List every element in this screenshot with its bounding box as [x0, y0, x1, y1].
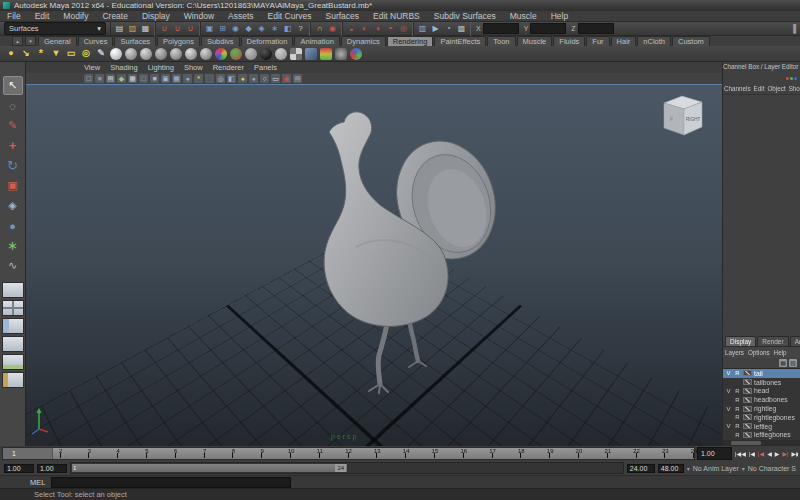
layer-color-swatch[interactable]	[743, 379, 752, 385]
shelf-tab[interactable]: Curves	[78, 36, 114, 46]
menu-item[interactable]: Edit NURBS	[366, 11, 427, 21]
layer-name[interactable]: rightlegbones	[754, 414, 795, 421]
timeline-frame[interactable]: 6	[147, 448, 176, 459]
layer-color-swatch[interactable]	[743, 432, 752, 438]
all-lights-icon[interactable]: ●	[249, 74, 258, 83]
layer-playback-toggle[interactable]: R	[734, 432, 741, 438]
four-pane-layout-button[interactable]	[2, 300, 24, 316]
shelf-tab[interactable]: Rendering	[387, 36, 434, 46]
snap-together-icon[interactable]: ∗	[269, 23, 280, 34]
shelf-tab[interactable]: Subdivs	[201, 36, 240, 46]
bookmark-view-icon[interactable]: ◆	[117, 74, 126, 83]
animation-start-input[interactable]: 1.00	[4, 464, 34, 473]
soft-modification-tool[interactable]: ●	[3, 216, 23, 235]
layered-shader-icon[interactable]	[170, 48, 182, 60]
layer-name[interactable]: leftleg	[754, 423, 772, 430]
timeline-frame[interactable]: 23	[637, 448, 666, 459]
layer-color-swatch[interactable]	[743, 423, 752, 429]
channel-box-header[interactable]: Channel Box / Layer Editor	[723, 62, 800, 73]
shelf-tab[interactable]: Surfaces	[114, 36, 156, 46]
layer-name[interactable]: leftlegbones	[754, 431, 791, 438]
new-scene-icon[interactable]: ▤	[114, 23, 125, 34]
timeline-frame[interactable]: 21	[579, 448, 608, 459]
highlight-selection-icon[interactable]: ◉	[327, 23, 338, 34]
save-scene-icon[interactable]: ▦	[140, 23, 151, 34]
no-lights-icon[interactable]: ○	[260, 74, 269, 83]
shelf-tab[interactable]: General	[38, 36, 77, 46]
shelf-tab[interactable]: Fur	[586, 36, 609, 46]
layer-name[interactable]: rightleg	[754, 405, 776, 412]
render-view-icon[interactable]: ▥	[417, 23, 428, 34]
scale-constraint-icon[interactable]: ◓	[385, 23, 396, 34]
view-cube[interactable]: F RIGHT	[656, 91, 710, 141]
phong-material-icon[interactable]	[185, 48, 197, 60]
layer-name[interactable]: head	[754, 387, 769, 394]
timeline-frame[interactable]: 11	[291, 448, 320, 459]
timeline-frame[interactable]: 12	[320, 448, 349, 459]
ramp-texture-icon[interactable]	[320, 48, 332, 60]
shelf-tab[interactable]: Polygons	[157, 36, 200, 46]
layer-editor-tab[interactable]: Anim	[790, 336, 800, 346]
layer-editor-menu-item[interactable]: Options	[748, 349, 770, 356]
bird-leg-left[interactable]	[378, 317, 388, 384]
step-forward-key-button[interactable]: ▶|	[781, 450, 789, 457]
layer-row[interactable]: R headbones	[723, 395, 800, 404]
snap-to-grids-icon[interactable]: ∪	[159, 23, 170, 34]
layer-visibility-toggle[interactable]: V	[725, 423, 732, 429]
menu-item[interactable]: Help	[544, 11, 575, 21]
lighting-icon[interactable]: *	[194, 74, 203, 83]
lasso-select-tool[interactable]: ◌	[3, 96, 23, 115]
shelf-tab[interactable]: Custom	[672, 36, 710, 46]
shelf-tab[interactable]: PaintEffects	[434, 36, 486, 46]
select-camera-icon[interactable]: □	[84, 74, 93, 83]
blinn-material-icon[interactable]	[140, 48, 152, 60]
lock-selection-icon[interactable]: ∩	[314, 23, 325, 34]
noise-texture-icon[interactable]	[335, 48, 347, 60]
symmetry-icon[interactable]: ◧	[282, 23, 293, 34]
layer-playback-toggle[interactable]: R	[734, 423, 741, 429]
panel-menu-item[interactable]: Show	[184, 63, 203, 72]
channel-box-menu-item[interactable]: Edit	[754, 85, 765, 92]
ambient-light-icon[interactable]: ●	[5, 48, 17, 60]
shelf-tab[interactable]: Hair	[611, 36, 637, 46]
menu-item[interactable]: Modify	[56, 11, 95, 21]
layer-editor-menu-item[interactable]: Help	[774, 349, 787, 356]
timeline-frame[interactable]: 24	[665, 448, 694, 459]
select-tool[interactable]: ↖	[3, 76, 23, 95]
menu-item[interactable]: Edit	[28, 11, 57, 21]
shelf-tab[interactable]: Dynamics	[341, 36, 386, 46]
paint-select-tool[interactable]: ✎	[3, 116, 23, 135]
timeline-frame[interactable]: 9	[233, 448, 262, 459]
timeline-frame[interactable]: 8	[205, 448, 234, 459]
mel-label[interactable]: MEL	[30, 478, 45, 487]
orient-constraint-icon[interactable]: ◑	[372, 23, 383, 34]
render-settings-icon[interactable]: ▩	[456, 23, 467, 34]
layer-editor-tab[interactable]: Display	[725, 336, 756, 346]
default-light-icon[interactable]: ●	[238, 74, 247, 83]
ocean-shader-icon[interactable]	[230, 48, 242, 60]
go-to-end-button[interactable]: ▶▶|	[791, 450, 798, 457]
ipr-render-icon[interactable]: ◔	[443, 23, 454, 34]
shelf-menu-down-icon[interactable]: ▾	[25, 36, 36, 46]
play-backward-button[interactable]: ◀	[766, 450, 773, 457]
y-coordinate-input[interactable]	[530, 23, 566, 34]
playback-start-input[interactable]: 1.00	[37, 464, 67, 473]
selection-mode-dropdown[interactable]: Surfaces ▾	[4, 22, 106, 35]
shelf-menu-up-icon[interactable]: ▴	[12, 36, 23, 46]
persp-graph-layout-button[interactable]	[2, 354, 24, 370]
layer-color-swatch[interactable]	[743, 388, 752, 394]
grease-pencil-icon[interactable]: ▤	[293, 74, 302, 83]
timeline-frame[interactable]: 17	[464, 448, 493, 459]
menu-item[interactable]: Display	[135, 11, 177, 21]
timeline-frame[interactable]: 10	[262, 448, 291, 459]
anisotropic-material-icon[interactable]	[125, 48, 137, 60]
psd-texture-icon[interactable]	[350, 48, 362, 60]
last-tool-used[interactable]: ∿	[3, 256, 23, 275]
range-end-handle[interactable]: 24	[335, 464, 346, 472]
resolution-gate-icon[interactable]: ▭	[271, 74, 280, 83]
timeline-frame[interactable]: 7	[176, 448, 205, 459]
layer-playback-toggle[interactable]: R	[734, 388, 741, 394]
z-coordinate-input[interactable]	[578, 23, 614, 34]
x-coordinate-input[interactable]	[483, 23, 519, 34]
menu-item[interactable]: Subdiv Surfaces	[427, 11, 503, 21]
